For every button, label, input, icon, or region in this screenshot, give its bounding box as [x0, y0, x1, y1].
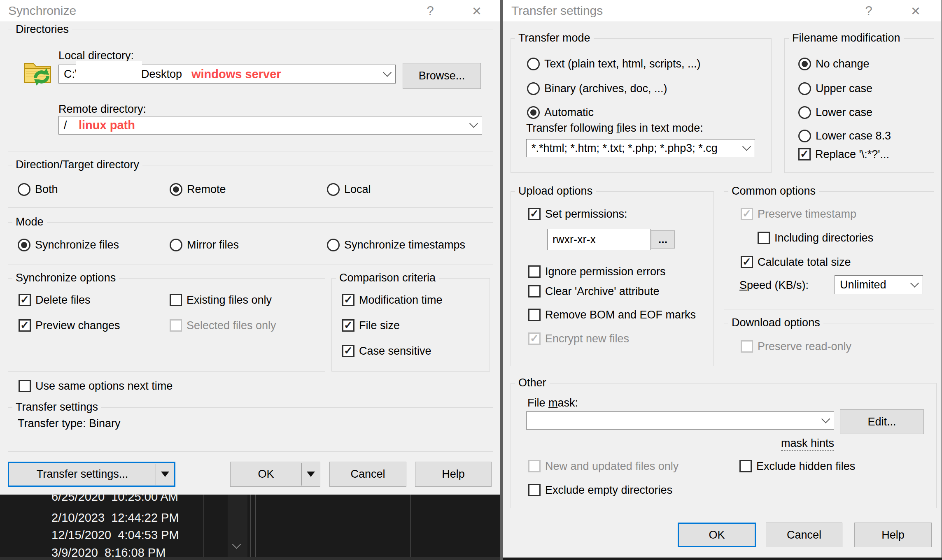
radio-icon: [798, 106, 811, 119]
synchronize-options-group-label: Synchronize options: [12, 272, 119, 284]
checkbox-icon: ✓: [528, 484, 541, 496]
checkbox-modification-time[interactable]: ✓ Modification time: [342, 293, 443, 307]
folder-sync-icon: [22, 57, 53, 87]
browse-button[interactable]: Browse...: [403, 63, 481, 89]
radio-synchronize-files[interactable]: Synchronize files: [18, 238, 119, 252]
radio-icon: [327, 239, 340, 251]
text-mode-files-label: Transfer following files in text mode:: [526, 122, 703, 135]
checkbox-remove-bom-eof[interactable]: ✓ Remove BOM and EOF marks: [528, 308, 696, 322]
transfer-settings-dialog: Transfer settings ? ✕ Transfer mode Text…: [503, 0, 942, 558]
checkbox-icon: ✓: [528, 332, 541, 345]
text-mode-mask-combobox[interactable]: *.*html; *.htm; *.txt; *.php; *.php3; *.…: [526, 139, 755, 157]
checkbox-icon: ✓: [342, 345, 354, 357]
chevron-down-icon: [821, 414, 830, 423]
help-button[interactable]: Help: [415, 462, 492, 487]
speed-combobox[interactable]: Unlimited: [835, 275, 923, 294]
checkbox-new-updated-only: ✓ New and updated files only: [528, 459, 679, 473]
file-timestamp: 3/9/2020 8:16:08 PM: [51, 546, 166, 557]
checkbox-selected-files-only: ✓ Selected files only: [170, 318, 276, 332]
checkbox-use-same-options[interactable]: ✓ Use same options next time: [19, 379, 173, 393]
checkbox-ignore-permission-errors[interactable]: ✓ Ignore permission errors: [528, 265, 666, 279]
checkbox-case-sensitive[interactable]: ✓ Case sensitive: [342, 344, 431, 358]
radio-direction-remote[interactable]: Remote: [170, 182, 226, 196]
chevron-down-icon: [469, 119, 478, 128]
synchronize-titlebar: Synchronize ? ✕: [0, 0, 501, 21]
radio-synchronize-timestamps[interactable]: Synchronize timestamps: [327, 238, 465, 252]
file-timestamp: 6/25/2020 10:25:00 AM: [51, 495, 178, 504]
checkbox-icon: ✓: [342, 319, 354, 332]
checkbox-icon: ✓: [19, 380, 31, 392]
cancel-button[interactable]: Cancel: [766, 523, 842, 547]
dropdown-arrow-icon[interactable]: [156, 463, 174, 486]
radio-icon: [527, 82, 540, 95]
ok-button[interactable]: OK: [678, 523, 756, 547]
cancel-button[interactable]: Cancel: [329, 462, 406, 487]
remote-directory-combobox[interactable]: / linux path: [58, 116, 482, 135]
local-directory-annotation: windows server: [191, 67, 281, 81]
checkbox-replace-chars[interactable]: ✓ Replace '\:*?'...: [798, 147, 889, 161]
common-options-group-label: Common options: [728, 185, 819, 198]
checkbox-icon: ✓: [739, 460, 752, 472]
close-icon[interactable]: ✕: [903, 2, 928, 20]
checkbox-preview-changes[interactable]: ✓ Preview changes: [19, 318, 120, 332]
checkbox-icon: ✓: [528, 208, 541, 220]
help-titlebar-icon[interactable]: ?: [856, 2, 881, 20]
mask-hints-link[interactable]: mask hints: [781, 437, 834, 451]
file-mask-combobox[interactable]: [526, 411, 834, 430]
remote-directory-path: /: [64, 119, 67, 132]
scrollbar[interactable]: [228, 495, 247, 557]
checkbox-including-directories[interactable]: ✓ Including directories: [758, 231, 873, 245]
ok-button[interactable]: OK: [230, 462, 320, 487]
checkbox-preserve-timestamp: ✓ Preserve timestamp: [741, 207, 856, 221]
checkbox-exclude-hidden-files[interactable]: ✓ Exclude hidden files: [739, 459, 855, 473]
transfer-settings-button[interactable]: Transfer settings...: [8, 462, 175, 487]
checkbox-set-permissions[interactable]: ✓ Set permissions:: [528, 207, 627, 221]
scroll-down-icon[interactable]: [232, 540, 241, 549]
dropdown-arrow-icon[interactable]: [302, 462, 320, 486]
help-titlebar-icon[interactable]: ?: [418, 2, 443, 20]
checkbox-file-size[interactable]: ✓ File size: [342, 318, 400, 332]
checkbox-icon: ✓: [528, 309, 541, 321]
checkbox-existing-files-only[interactable]: ✓ Existing files only: [170, 293, 272, 307]
close-icon[interactable]: ✕: [464, 2, 489, 20]
directories-group-label: Directories: [12, 23, 72, 36]
checkbox-icon: ✓: [19, 319, 31, 332]
permissions-input[interactable]: rwxr-xr-x: [547, 229, 651, 250]
help-button[interactable]: Help: [854, 523, 932, 547]
checkbox-exclude-empty-directories[interactable]: ✓ Exclude empty directories: [528, 483, 672, 497]
background-file-panel: 6/25/2020 10:25:00 AM 2/10/2023 12:44:22…: [0, 495, 501, 557]
file-mask-label: File mask:: [527, 397, 578, 409]
checkbox-icon: ✓: [19, 294, 31, 306]
radio-mirror-files[interactable]: Mirror files: [170, 238, 239, 252]
radio-lower-case-83[interactable]: Lower case 8.3: [798, 129, 891, 143]
radio-icon: [798, 130, 811, 142]
checkbox-icon: ✓: [528, 285, 541, 297]
screen: Synchronize ? ✕ Directories Local direct…: [0, 0, 942, 560]
transfer-settings-dialog-title: Transfer settings: [511, 4, 603, 18]
remote-directory-label: Remote directory:: [58, 103, 146, 116]
edit-button[interactable]: Edit...: [840, 409, 924, 434]
speed-label: Speed (KB/s):: [739, 279, 809, 292]
local-directory-combobox[interactable]: C:\ Desktop windows server: [58, 65, 396, 84]
radio-automatic-mode[interactable]: Automatic: [527, 105, 594, 119]
radio-upper-case[interactable]: Upper case: [798, 81, 872, 95]
radio-lower-case[interactable]: Lower case: [798, 105, 872, 119]
file-timestamp: 12/15/2020 4:04:53 PM: [51, 528, 179, 542]
download-options-group-label: Download options: [728, 316, 823, 329]
checkbox-clear-archive-attribute[interactable]: ✓ Clear 'Archive' attribute: [528, 284, 659, 298]
comparison-criteria-group-label: Comparison criteria: [336, 272, 439, 284]
checkbox-delete-files[interactable]: ✓ Delete files: [19, 293, 91, 307]
radio-icon: [798, 82, 811, 95]
checkbox-calculate-total-size[interactable]: ✓ Calculate total size: [741, 255, 851, 269]
radio-no-change[interactable]: No change: [798, 57, 870, 71]
mode-group-label: Mode: [12, 216, 47, 228]
radio-text-mode[interactable]: Text (plain text, html, scripts, ...): [527, 57, 701, 71]
radio-direction-local[interactable]: Local: [327, 182, 371, 196]
other-group-label: Other: [515, 376, 550, 389]
checkbox-icon: ✓: [170, 294, 182, 306]
checkbox-icon: ✓: [758, 232, 770, 244]
radio-binary-mode[interactable]: Binary (archives, doc, ...): [527, 81, 667, 95]
file-timestamp: 2/10/2023 12:44:22 PM: [51, 511, 179, 525]
permissions-ellipsis-button[interactable]: ...: [651, 230, 675, 249]
radio-direction-both[interactable]: Both: [18, 182, 58, 196]
